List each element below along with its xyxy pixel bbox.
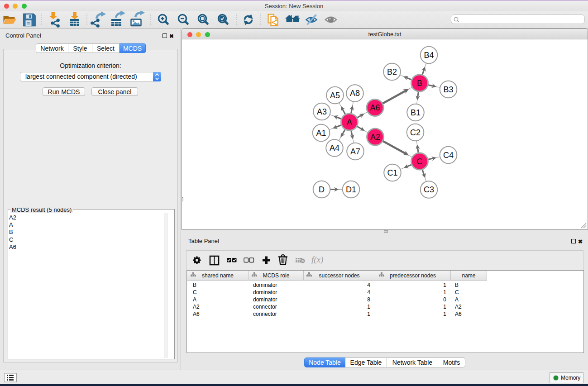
svg-text:C1: C1 bbox=[387, 168, 397, 177]
svg-text:Memory: Memory bbox=[561, 375, 580, 381]
svg-text:B3: B3 bbox=[443, 85, 453, 94]
svg-text:A6: A6 bbox=[370, 103, 380, 112]
svg-text:A4: A4 bbox=[330, 143, 339, 152]
svg-text:A: A bbox=[347, 118, 352, 127]
svg-text:C3: C3 bbox=[424, 185, 434, 194]
svg-text:D: D bbox=[319, 185, 325, 194]
svg-text:C2: C2 bbox=[410, 128, 421, 137]
svg-text:C: C bbox=[417, 157, 423, 166]
svg-text:B2: B2 bbox=[387, 67, 397, 76]
svg-text:C4: C4 bbox=[443, 151, 454, 160]
svg-text:f(x): f(x) bbox=[311, 255, 323, 265]
svg-text:B4: B4 bbox=[424, 51, 434, 60]
svg-text:A1: A1 bbox=[316, 129, 326, 138]
svg-text:B1: B1 bbox=[411, 108, 421, 117]
svg-text:B: B bbox=[417, 79, 422, 88]
svg-text:A2: A2 bbox=[370, 133, 380, 142]
svg-text:A3: A3 bbox=[317, 107, 327, 116]
svg-text:A8: A8 bbox=[350, 89, 360, 98]
svg-text:A7: A7 bbox=[350, 147, 360, 156]
svg-text:D1: D1 bbox=[346, 185, 356, 194]
svg-text:A5: A5 bbox=[330, 91, 340, 100]
